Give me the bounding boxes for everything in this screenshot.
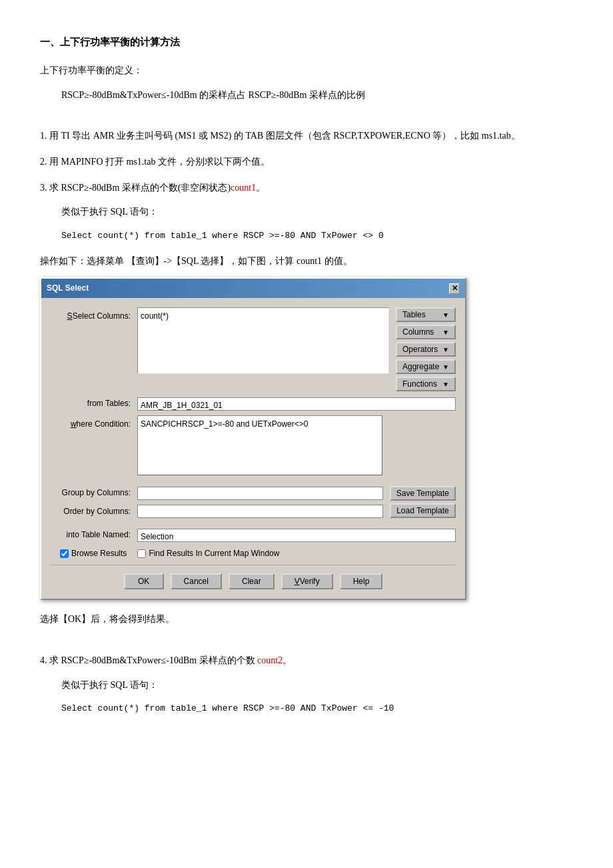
ok-button[interactable]: OK xyxy=(124,573,164,589)
find-results-label: Find Results In Current Map Window xyxy=(149,547,279,561)
group-by-section: Group by Columns: Order by Columns: Save… xyxy=(51,486,456,523)
operators-button[interactable]: Operators▼ xyxy=(396,342,456,357)
tables-button[interactable]: Tables▼ xyxy=(396,307,456,322)
select-columns-left: SSelect Columns: count(*) xyxy=(51,307,389,391)
dialog-divider xyxy=(51,565,456,565)
dialog-footer: OK Cancel Clear VVerify Help xyxy=(51,569,456,592)
into-table-row: into Table Named: Selection xyxy=(51,528,456,543)
order-by-label: Order by Columns: xyxy=(51,505,137,519)
from-tables-row: from Tables: AMR_JB_1H_0321_01 xyxy=(51,397,456,411)
select-columns-input[interactable]: count(*) xyxy=(137,307,389,374)
step1: 1. 用 TI 导出 AMR 业务主叫号码 (MS1 或 MS2) 的 TAB … xyxy=(40,127,573,145)
order-by-row: Order by Columns: xyxy=(51,505,383,519)
after-dialog-text: 选择【OK】后，将会得到结果。 xyxy=(40,611,573,629)
count2-label: count2 xyxy=(257,655,283,665)
dialog-title: SQL Select xyxy=(47,281,89,296)
group-by-input[interactable] xyxy=(137,487,383,500)
cancel-button[interactable]: Cancel xyxy=(171,573,222,589)
where-condition-row: where Condition: SANCPICHRSCP_1>=-80 and… xyxy=(51,415,382,475)
count1-label: count1 xyxy=(231,183,256,193)
browse-results-checkbox-item: Browse Results xyxy=(60,547,127,561)
step3-sub: 类似于执行 SQL 语句： xyxy=(61,203,573,221)
sql-select-dialog-container: SQL Select ✕ SSelect Columns: count(*) T xyxy=(40,277,573,601)
definition-label: 上下行功率平衡的定义： xyxy=(40,62,573,80)
operation-line: 操作如下：选择菜单 【查询】->【SQL 选择】，如下图，计算 count1 的… xyxy=(40,253,573,271)
where-condition-left: where Condition: SANCPICHRSCP_1>=-80 and… xyxy=(51,415,382,481)
step3-code: Select count(*) from table_1 where RSCP … xyxy=(61,228,573,243)
clear-button[interactable]: Clear xyxy=(229,573,275,589)
find-results-checkbox[interactable] xyxy=(137,549,146,558)
right-buttons-panel: Tables▼ Columns▼ Operators▼ Aggregate▼ F… xyxy=(396,307,456,391)
group-by-left: Group by Columns: Order by Columns: xyxy=(51,486,383,523)
order-by-input[interactable] xyxy=(137,505,383,518)
dialog-body: SSelect Columns: count(*) Tables▼ Column… xyxy=(41,298,465,599)
columns-button[interactable]: Columns▼ xyxy=(396,325,456,339)
step4-sub: 类似于执行 SQL 语句： xyxy=(61,677,573,695)
dialog-close-button[interactable]: ✕ xyxy=(449,283,460,294)
step4-code: Select count(*) from table_1 where RSCP … xyxy=(61,701,573,716)
where-condition-input[interactable]: SANCPICHRSCP_1>=-80 and UETxPower<>0 xyxy=(137,415,382,475)
group-by-label: Group by Columns: xyxy=(51,486,137,501)
page-title: 一、上下行功率平衡的计算方法 xyxy=(40,33,573,51)
step4-main: 4. 求 RSCP≥-80dBm&TxPower≤-10dBm 采样点的个数 c… xyxy=(40,652,573,670)
functions-button[interactable]: Functions▼ xyxy=(396,377,456,391)
help-button[interactable]: Help xyxy=(340,573,383,589)
browse-results-checkbox[interactable] xyxy=(60,549,69,558)
select-columns-section: SSelect Columns: count(*) Tables▼ Column… xyxy=(51,307,456,391)
from-tables-input[interactable]: AMR_JB_1H_0321_01 xyxy=(137,397,456,411)
where-condition-label: where Condition: xyxy=(51,415,137,432)
checkbox-row: Browse Results Find Results In Current M… xyxy=(51,547,456,561)
sql-select-dialog: SQL Select ✕ SSelect Columns: count(*) T xyxy=(40,277,466,601)
select-columns-label: SSelect Columns: xyxy=(51,307,137,324)
find-results-checkbox-item: Find Results In Current Map Window xyxy=(137,547,279,561)
template-buttons: Save Template Load Template xyxy=(390,486,456,523)
where-spacer xyxy=(389,415,456,481)
browse-results-label: Browse Results xyxy=(71,547,127,561)
select-columns-row: SSelect Columns: count(*) xyxy=(51,307,389,374)
verify-button[interactable]: VVerify xyxy=(281,573,333,589)
into-table-label: into Table Named: xyxy=(51,528,137,543)
from-tables-label: from Tables: xyxy=(51,397,137,411)
save-template-button[interactable]: Save Template xyxy=(390,486,456,501)
load-template-button[interactable]: Load Template xyxy=(390,503,456,518)
dialog-titlebar: SQL Select ✕ xyxy=(41,279,465,299)
aggregate-button[interactable]: Aggregate▼ xyxy=(396,359,456,374)
step3-main: 3. 求 RSCP≥-80dBm 采样点的个数(非空闲状态)count1。 xyxy=(40,179,573,197)
definition-content: RSCP≥-80dBm&TxPower≤-10dBm 的采样点占 RSCP≥-8… xyxy=(61,87,573,105)
group-by-row: Group by Columns: xyxy=(51,486,383,501)
into-table-input[interactable]: Selection xyxy=(137,529,456,542)
step2: 2. 用 MAPINFO 打开 ms1.tab 文件，分别求以下两个值。 xyxy=(40,153,573,171)
where-condition-section: where Condition: SANCPICHRSCP_1>=-80 and… xyxy=(51,415,456,481)
